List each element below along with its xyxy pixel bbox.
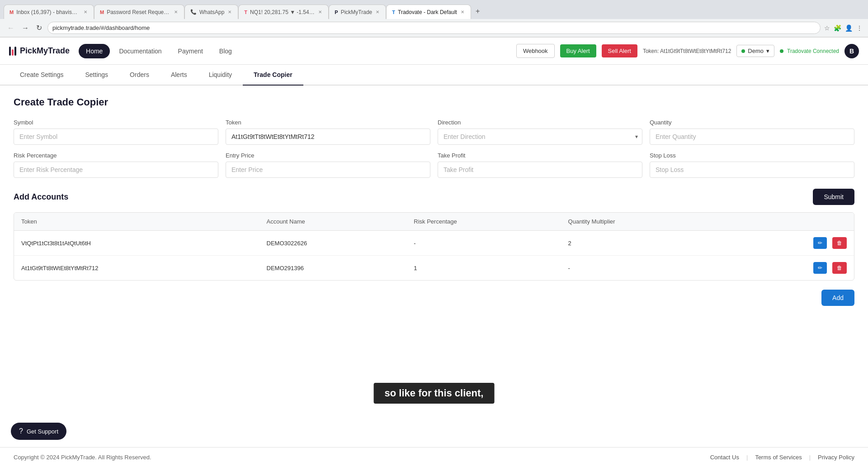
tab-gmail-reset[interactable]: M Password Reset Request at Pick... ✕ (94, 5, 184, 19)
logo-text: PickMyTrade (20, 46, 70, 56)
terms-of-services-link[interactable]: Terms of Services (755, 454, 802, 461)
col-header-actions (726, 213, 854, 231)
token-input[interactable] (226, 129, 430, 145)
entry-price-input[interactable] (226, 162, 430, 178)
col-header-account-name: Account Name (259, 213, 407, 231)
logo: PickMyTrade (9, 46, 70, 56)
row1-edit-button[interactable]: ✏ (813, 237, 827, 249)
row2-token: At1tGt9tTt8tWtEt8tYtMtRt712 (14, 256, 259, 281)
tab-title: Inbox (16,397) - bhavishyagoy... (16, 9, 80, 15)
symbol-label: Symbol (14, 119, 218, 126)
forward-button[interactable]: → (20, 23, 31, 33)
main-nav: Home Documentation Payment Blog (79, 44, 239, 58)
submit-button[interactable]: Submit (813, 189, 854, 205)
subnav-alerts[interactable]: Alerts (160, 65, 198, 86)
tab-title-5: PickMyTrade (341, 9, 373, 15)
table-row: VtQtPt1tCt3t8t1tAtQtUt6tH DEMO3022626 - … (14, 231, 854, 256)
trading-icon: T (244, 10, 247, 15)
tab-gmail-inbox[interactable]: M Inbox (16,397) - bhavishyagoy... ✕ (4, 5, 94, 19)
stop-loss-input[interactable] (650, 162, 854, 178)
quantity-input[interactable] (650, 129, 854, 145)
privacy-policy-link[interactable]: Privacy Policy (818, 454, 854, 461)
main-content: Create Trade Copier Symbol Token Directi… (0, 86, 868, 317)
subnav-settings[interactable]: Settings (75, 65, 119, 86)
direction-select-wrapper: Enter Direction Long Short ▾ (438, 129, 642, 145)
new-tab-button[interactable]: + (471, 4, 484, 19)
browser-action-icons: ☆ 🧩 👤 ⋮ (824, 24, 863, 32)
row1-delete-button[interactable]: 🗑 (832, 237, 847, 249)
row1-account-name: DEMO3022626 (259, 231, 407, 256)
tradovate-icon: T (392, 10, 395, 15)
row2-edit-button[interactable]: ✏ (813, 262, 827, 274)
webhook-button[interactable]: Webhook (516, 44, 555, 58)
tab-close-icon[interactable]: ✕ (83, 9, 88, 15)
logo-bar-1 (9, 47, 11, 56)
direction-group: Direction Enter Direction Long Short ▾ (438, 119, 642, 145)
copyright-text: Copyright © 2024 PickMyTrade. All Rights… (14, 454, 151, 461)
row1-token: VtQtPt1tCt3t8t1tAtQtUt6tH (14, 231, 259, 256)
tab-close-icon-3[interactable]: ✕ (227, 9, 232, 15)
symbol-input[interactable] (14, 129, 218, 145)
tradovate-status-label: Tradovate Connected (787, 48, 839, 54)
take-profit-input[interactable] (438, 162, 642, 178)
sell-alert-button[interactable]: Sell Alert (602, 44, 637, 57)
subnav-trade-copier[interactable]: Trade Copier (243, 65, 303, 86)
whatsapp-icon: 📞 (190, 9, 197, 15)
col-header-quantity-multiplier: Quantity Multiplier (561, 213, 726, 231)
risk-percentage-label: Risk Percentage (14, 152, 218, 159)
add-accounts-title: Add Accounts (14, 192, 68, 202)
buy-alert-button[interactable]: Buy Alert (560, 44, 596, 57)
back-button[interactable]: ← (5, 23, 16, 33)
app-footer: Copyright © 2024 PickMyTrade. All Rights… (0, 447, 868, 467)
symbol-group: Symbol (14, 119, 218, 145)
address-input[interactable] (47, 22, 821, 34)
app-header: PickMyTrade Home Documentation Payment B… (0, 38, 868, 65)
gmail-icon-2: M (100, 10, 104, 15)
subnav-create-settings[interactable]: Create Settings (9, 65, 75, 86)
row2-delete-button[interactable]: 🗑 (832, 262, 847, 274)
footer-links: Contact Us | Terms of Services | Privacy… (710, 454, 854, 461)
logo-bars (9, 47, 16, 56)
table-row-2: At1tGt9tTt8tWtEt8tYtMtRt712 DEMO291396 1… (14, 256, 854, 281)
col-header-token: Token (14, 213, 259, 231)
add-accounts-section: Add Accounts Submit Token Account Name R… (14, 189, 854, 306)
subnav-orders[interactable]: Orders (119, 65, 160, 86)
nav-blog[interactable]: Blog (212, 44, 239, 58)
tab-close-icon-5[interactable]: ✕ (375, 9, 380, 15)
direction-select[interactable]: Enter Direction Long Short (438, 129, 642, 145)
accounts-table-container: Token Account Name Risk Percentage Quant… (14, 212, 854, 281)
subnav-liquidity[interactable]: Liquidity (198, 65, 243, 86)
tab-close-icon-4[interactable]: ✕ (317, 9, 323, 15)
risk-percentage-input[interactable] (14, 162, 218, 178)
direction-label: Direction (438, 119, 642, 126)
tab-close-icon-2[interactable]: ✕ (173, 9, 179, 15)
get-support-button[interactable]: ? Get Support (11, 423, 66, 440)
tab-trading[interactable]: T NQ1! 20,281.75 ▼ -1.54% Un... ✕ (238, 5, 329, 19)
menu-icon[interactable]: ⋮ (856, 24, 863, 32)
bookmark-icon[interactable]: ☆ (824, 24, 830, 32)
contact-us-link[interactable]: Contact Us (710, 454, 739, 461)
section-header: Add Accounts Submit (14, 189, 854, 205)
table-header-row: Token Account Name Risk Percentage Quant… (14, 213, 854, 231)
profile-icon[interactable]: 👤 (845, 24, 853, 32)
demo-select[interactable]: Demo ▾ (736, 45, 774, 57)
row1-risk-percentage: - (406, 231, 561, 256)
footer-separator-2: | (809, 454, 811, 461)
tab-close-icon-6[interactable]: ✕ (460, 9, 465, 15)
tab-tradovate[interactable]: T Tradovate - Dark Default ✕ (386, 5, 471, 19)
tab-pickmytrade[interactable]: P PickMyTrade ✕ (329, 5, 386, 19)
tab-whatsapp[interactable]: 📞 WhatsApp ✕ (184, 5, 238, 19)
row1-actions: ✏ 🗑 (726, 231, 854, 256)
nav-payment[interactable]: Payment (171, 44, 210, 58)
nav-home[interactable]: Home (79, 44, 110, 58)
nav-documentation[interactable]: Documentation (112, 44, 169, 58)
extension-icon[interactable]: 🧩 (834, 24, 841, 32)
user-avatar[interactable]: B (844, 44, 859, 58)
token-display: Token: At1tGt9tTt8tWtEt8tYtMtRt712 (643, 48, 731, 54)
reload-button[interactable]: ↻ (34, 23, 44, 33)
add-button[interactable]: Add (821, 290, 854, 306)
footer-separator-1: | (746, 454, 748, 461)
row2-risk-percentage: 1 (406, 256, 561, 281)
accounts-table: Token Account Name Risk Percentage Quant… (14, 213, 854, 280)
col-header-risk-percentage: Risk Percentage (406, 213, 561, 231)
